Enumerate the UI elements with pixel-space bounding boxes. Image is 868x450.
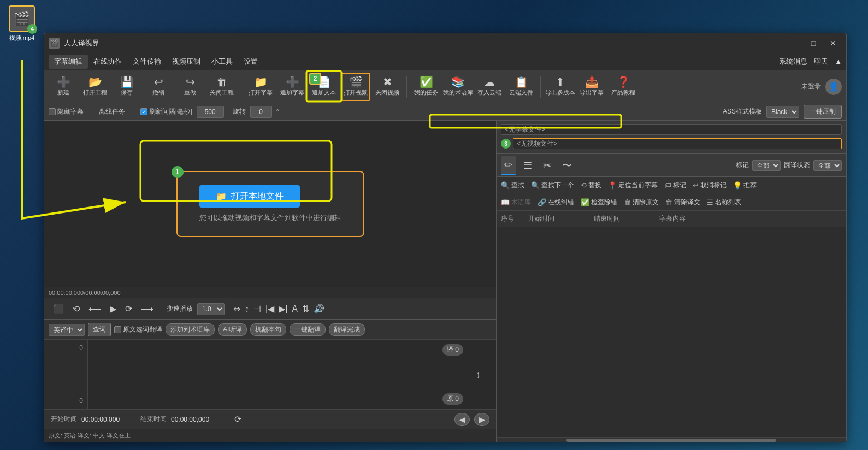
prev-button[interactable]: ◀ [454,413,470,426]
my-task-button[interactable]: ✅ 我的任务 [411,73,441,101]
locate-icon: 📍 [608,181,617,190]
jump-end-icon[interactable]: ▶| [279,304,287,314]
backward-button[interactable]: ⟵ [86,301,103,316]
bottom-scrollbar[interactable] [497,437,846,442]
one-click-trans-button[interactable]: 一键翻译 [290,323,326,336]
play-button[interactable]: ▶ [108,301,119,316]
maximize-button[interactable]: □ [805,37,822,50]
speed-select[interactable]: 1.0 [197,303,225,315]
trans-state-select[interactable]: 全部 [813,160,842,171]
save-button[interactable]: 💾 保存 [112,73,141,101]
close-video-button[interactable]: ✖ 关闭视频 [373,73,402,101]
taskbar-icon[interactable]: 4 视频.mp4 [5,5,38,42]
cloud-file-button[interactable]: 📋 云端文件 [506,73,536,101]
machine-trans-button[interactable]: 机翻本句 [250,323,286,336]
add-text-button[interactable]: 📄 追加文本 [309,73,339,101]
menu-online-collab[interactable]: 在线协作 [88,55,127,69]
login-text[interactable]: 未登录 [801,82,821,91]
wave-tool-button[interactable]: 〜 [559,156,575,175]
scissors-tool-button[interactable]: ✂ [540,156,554,175]
menu-file-transfer[interactable]: 文件传输 [127,55,167,69]
rewind-button[interactable]: ⟲ [70,301,82,316]
clear-original-action[interactable]: 🗑 清除原文 [624,198,659,207]
product-guide-button[interactable]: ❓ 产品教程 [609,73,638,101]
refresh-icon[interactable]: ⟳ [234,414,241,424]
query-word-button[interactable]: 查词 [88,323,111,336]
font-icon[interactable]: A [292,304,298,314]
forward-button[interactable]: ⟳ [123,301,134,316]
open-local-file-button[interactable]: 📁 打开本地文件 [199,185,300,208]
search-action[interactable]: 🔍 查找 [501,181,524,190]
mark-select[interactable]: 全部 [752,160,781,171]
refresh-input[interactable] [197,106,224,118]
mark-action[interactable]: 🏷 标记 [664,181,686,190]
my-glossary-button[interactable]: 📚 我的术语库 [443,73,473,101]
rotate-input[interactable] [250,106,272,118]
list-tool-button[interactable]: ☰ [520,156,535,175]
export-subtitle-button[interactable]: 📤 导出字幕 [577,73,606,101]
refresh-checkbox[interactable] [140,108,147,115]
right-toolbar-right: 标记 全部 翻译状态 全部 [736,160,842,171]
align-left-icon[interactable]: ⇔ [233,304,240,314]
secondary-toolbar: 隐藏字幕 离线任务 刷新间隔[毫秒] 旋转 ° ASS样式模板 Black 一键… [44,103,846,121]
window-title: 人人译视界 [64,38,785,48]
wave-arrow-center[interactable]: ↕ [476,369,481,380]
volume-icon[interactable]: 🔊 [314,304,324,314]
menu-expand[interactable]: ▲ [835,57,842,66]
subtitle-file-input[interactable] [501,124,842,135]
jump-start-icon[interactable]: |◀ [265,304,274,314]
new-button[interactable]: ➕ 新建 [49,73,78,101]
menu-video-compress[interactable]: 视频压制 [167,55,206,69]
next-button[interactable]: ▶ [474,413,489,426]
my-task-label: 我的任务 [414,88,438,97]
open-project-button[interactable]: 📂 打开工程 [80,73,110,101]
menu-chat[interactable]: 聊天 [814,57,828,67]
fast-forward-button[interactable]: ⟶ [139,301,156,316]
save-cloud-button[interactable]: ☁ 存入云端 [475,73,504,101]
onekey-compress-button[interactable]: 一键压制 [804,105,842,119]
open-video-button[interactable]: 🎬 打开视频 [341,73,370,101]
add-glossary-button[interactable]: 添加到术语库 [166,323,215,336]
ass-select[interactable]: Black [766,106,799,118]
search-next-action[interactable]: 🔍 查找下一个 [531,181,574,190]
menu-settings[interactable]: 设置 [238,55,263,69]
unmark-action[interactable]: ↩ 取消标记 [693,181,727,190]
menu-tools[interactable]: 小工具 [206,55,238,69]
name-list-action[interactable]: ☰ 名称列表 [707,198,741,207]
hide-subtitle-checkbox[interactable] [49,108,56,115]
video-area[interactable]: 1 📁 打开本地文件 您可以拖动视频和字幕文件到软件中进行编辑 [44,121,496,287]
add-subtitle-button[interactable]: ➕ 追加字幕 [277,73,307,101]
new-label: 新建 [57,88,69,97]
check-errors-label: 检查除错 [591,198,617,207]
edit-tool-button[interactable]: ✏ [501,156,516,175]
recommend-action[interactable]: 💡 推荐 [733,181,757,190]
wave-content: 译 0 ↕ 原 0 [88,340,496,409]
close-project-button[interactable]: 🗑 关闭工程 [207,73,237,101]
split-icon[interactable]: ⊣ [253,304,261,314]
my-glossary-icon: 📚 [451,76,465,87]
swap-icon[interactable]: ⇅ [302,304,309,314]
original-trans-checkbox[interactable] [114,326,121,333]
check-errors-action[interactable]: ✅ 检查除错 [581,198,617,207]
video-file-input[interactable] [513,138,842,149]
redo-button[interactable]: ↪ 重做 [175,73,205,101]
minimize-button[interactable]: — [785,37,802,50]
replace-action[interactable]: ⟲ 替换 [581,181,601,190]
lang-select[interactable]: 英译中 [49,324,85,336]
align-center-icon[interactable]: ↕ [245,304,249,314]
export-multi-button[interactable]: ⬆ 导出多版本 [545,73,575,101]
avatar[interactable]: 👤 [825,79,842,95]
stop-button[interactable]: ⬛ [51,301,66,316]
clear-trans-action[interactable]: 🗑 清除译文 [665,198,700,207]
menu-system-msg[interactable]: 系统消息 [779,57,807,67]
drop-zone[interactable]: 1 📁 打开本地文件 您可以拖动视频和字幕文件到软件中进行编辑 [176,171,364,237]
online-check-action[interactable]: 🔗 在线纠错 [538,198,574,207]
menu-subtitle-edit[interactable]: 字幕编辑 [49,55,88,69]
scrollbar-thumb[interactable] [566,439,776,442]
trans-done-button[interactable]: 翻译完成 [329,323,365,336]
open-subtitle-button[interactable]: 📁 打开字幕 [246,73,275,101]
close-button[interactable]: ✕ [824,37,842,50]
ai-listen-button[interactable]: AI听译 [218,323,247,336]
locate-action[interactable]: 📍 定位当前字幕 [608,181,658,190]
undo-button[interactable]: ↩ 撤销 [144,73,173,101]
